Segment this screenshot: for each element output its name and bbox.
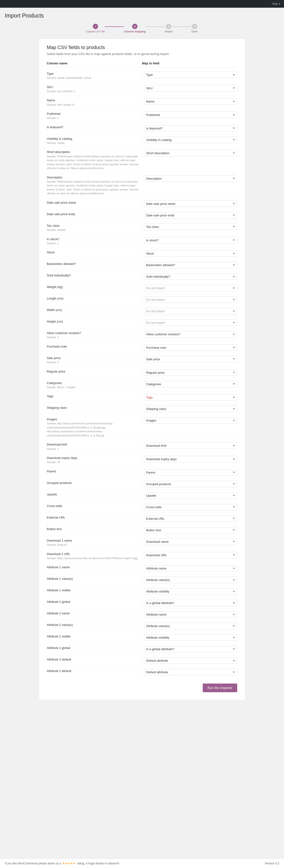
col-name-cell: Sold individually? [47, 273, 140, 278]
field-mapping-select[interactable]: NameDo not import [144, 98, 237, 105]
field-mapping-select[interactable]: Allow customer reviews?Do not import [144, 331, 237, 337]
field-mapping-select[interactable]: Attribute value(s)Do not import [144, 577, 237, 583]
field-mapping-select[interactable]: Attribute value(s)Do not import [144, 623, 237, 629]
table-row: NameSample: Woo Single #2NameDo not impo… [47, 96, 237, 109]
field-mapping-select[interactable]: In stock?Do not import [144, 237, 237, 244]
field-mapping-select[interactable]: Regular priceDo not import [144, 369, 237, 376]
field-name-label: Attribute 2 default [47, 669, 140, 673]
field-mapping-select[interactable]: Shipping classDo not import [144, 406, 237, 412]
field-mapping-select[interactable]: Default attributeDo not import [144, 669, 237, 675]
field-mapping-select[interactable]: TypeDo not import [144, 71, 237, 78]
field-mapping-select[interactable]: Is a global attribute?Do not import [144, 600, 237, 606]
mapping-card: Map CSV fields to products Select fields… [39, 39, 245, 700]
field-name-label: Allow customer reviews? [47, 331, 140, 335]
field-mapping-select[interactable]: Sold individually?Do not import [144, 273, 237, 280]
field-mapping-select[interactable]: Do not importDo not import [144, 319, 237, 326]
col-name-cell: Height (cm) [47, 319, 140, 324]
card-title: Map CSV fields to products [47, 45, 237, 50]
field-mapping-select[interactable]: Date sale price endsDo not import [144, 212, 237, 219]
field-mapping-select[interactable]: ParentDo not import [144, 469, 237, 476]
col-field-cell: Regular priceDo not import [144, 369, 237, 376]
col-name-cell: Width (cm) [47, 308, 140, 312]
field-mapping-select[interactable]: Backorders allowed?Do not import [144, 262, 237, 268]
field-mapping-select[interactable]: Download limitDo not import [144, 442, 237, 449]
field-mapping-select[interactable]: ImagesDo not import [144, 417, 237, 424]
field-mapping-select[interactable]: Attribute visibilityDo not import [144, 634, 237, 641]
card-subtitle: Select fields from your CSV file to map … [47, 52, 237, 56]
col-field-cell: Do not importDo not import [144, 285, 237, 291]
col-name-cell: Allow customer reviews?Sample: 1 [47, 331, 140, 339]
field-name-label: Download 1 name [47, 538, 140, 543]
field-mapping-select[interactable]: Is a global attribute?Do not import [144, 646, 237, 652]
table-row: Sale priceSample: 2Sale priceDo not impo… [47, 353, 237, 367]
table-row: TagsTagsDo not import [47, 392, 237, 403]
field-mapping-select[interactable]: Visibility in catalogDo not import [144, 137, 237, 143]
field-mapping-select[interactable]: Do not importDo not import [144, 285, 237, 291]
field-name-label: Upsells [47, 492, 140, 497]
field-name-label: In stock? [47, 237, 140, 241]
field-mapping-select[interactable]: DescriptionDo not import [144, 175, 237, 182]
field-mapping-select[interactable]: Grouped productsDo not import [144, 481, 237, 487]
col-field-cell: Backorders allowed?Do not import [144, 262, 237, 268]
field-mapping-select[interactable]: SKUDo not import [144, 85, 237, 92]
field-mapping-select[interactable]: External URLDo not import [144, 516, 237, 522]
field-mapping-select[interactable]: Download nameDo not import [144, 538, 237, 545]
table-row: SKUSample: woo-SINGLE-2SKUDo not import [47, 83, 237, 96]
table-row: Length (cm)Do not importDo not import [47, 294, 237, 306]
run-importer-button[interactable]: Run the importer [203, 684, 237, 692]
field-name-label: Visibility in catalog [47, 137, 140, 141]
col-name-cell: Stock [47, 250, 140, 255]
field-mapping-select[interactable]: CategoriesDo not import [144, 381, 237, 388]
table-row: Shipping classShipping classDo not impor… [47, 403, 237, 415]
field-sample-label: Sample: woo-SINGLE-2 [47, 89, 140, 93]
field-name-label: Attribute 1 visible [47, 588, 140, 592]
footer-text-prefix: If you like WooCommerce please leave us … [5, 862, 61, 865]
field-name-label: Download 1 URL [47, 552, 140, 556]
step-2-label: Column mapping [124, 30, 146, 33]
field-mapping-select[interactable]: Purchase noteDo not import [144, 344, 237, 351]
field-mapping-select[interactable]: StockDo not import [144, 250, 237, 257]
field-mapping-select[interactable]: Attribute nameDo not import [144, 611, 237, 618]
field-mapping-select[interactable]: Button textDo not import [144, 527, 237, 533]
table-row: ParentParentDo not import [47, 467, 237, 478]
col-name-cell: Short descriptionSample: Pellentesque ha… [47, 150, 140, 170]
field-mapping-select[interactable]: UpsellsDo not import [144, 492, 237, 499]
col-name-cell: Attribute 2 visible [47, 634, 140, 639]
field-sample-label: Sample: 2 [47, 360, 140, 364]
table-row: Attribute 2 defaultDefault attributeDo n… [47, 666, 237, 678]
field-mapping-select[interactable]: Attribute nameDo not import [144, 565, 237, 571]
field-mapping-select[interactable]: Download URLDo not import [144, 552, 237, 558]
table-row: Date sale price endsDate sale price ends… [47, 210, 237, 221]
field-sample-label: Sample: visible [47, 141, 140, 145]
field-sample-label: Sample: simple, downloadable, virtual [47, 76, 140, 80]
field-mapping-select[interactable]: PublishedDo not import [144, 112, 237, 118]
field-name-label: Is featured? [47, 125, 140, 129]
col-field-cell: Is a global attribute?Do not import [144, 600, 237, 606]
col-name-cell: In stock?Sample: 1 [47, 237, 140, 245]
table-row: Attribute 2 value(s)Attribute value(s)Do… [47, 620, 237, 632]
field-mapping-select[interactable]: Download expiry daysDo not import [144, 456, 237, 462]
col-field-cell: Default attributeDo not import [144, 669, 237, 675]
col-name-cell: External URL [47, 516, 140, 520]
field-mapping-select[interactable]: Tax classDo not import [144, 224, 237, 230]
help-button[interactable]: Help ▾ [272, 2, 280, 5]
field-name-label: Attribute 1 name [47, 565, 140, 569]
field-mapping-select[interactable]: Is featured?Do not import [144, 125, 237, 132]
field-mapping-select[interactable]: Cross-sellsDo not import [144, 504, 237, 510]
col-field-cell: PublishedDo not import [144, 112, 237, 118]
field-mapping-select[interactable]: Do not importDo not import [144, 308, 237, 314]
field-mapping-select[interactable]: Attribute visibilityDo not import [144, 588, 237, 595]
col-field-cell: Default attributeDo not import [144, 657, 237, 664]
field-mapping-select[interactable]: Sale priceDo not import [144, 356, 237, 363]
col-name-cell: Date sale price ends [47, 212, 140, 216]
field-mapping-select[interactable]: Short descriptionDo not import [144, 150, 237, 156]
col-name-cell: Grouped products [47, 481, 140, 485]
field-name-label: Description [47, 175, 140, 180]
col-field-cell: Short descriptionDo not import [144, 150, 237, 156]
field-mapping-select[interactable]: Default attributeDo not import [144, 657, 237, 664]
field-name-label: Regular price [47, 369, 140, 374]
field-mapping-select[interactable]: TagsDo not import [144, 394, 237, 401]
field-mapping-select[interactable]: Do not importDo not import [144, 297, 237, 303]
field-mapping-select[interactable]: Date sale price startsDo not import [144, 200, 237, 207]
field-sample-label: Sample: 1 [47, 335, 140, 339]
